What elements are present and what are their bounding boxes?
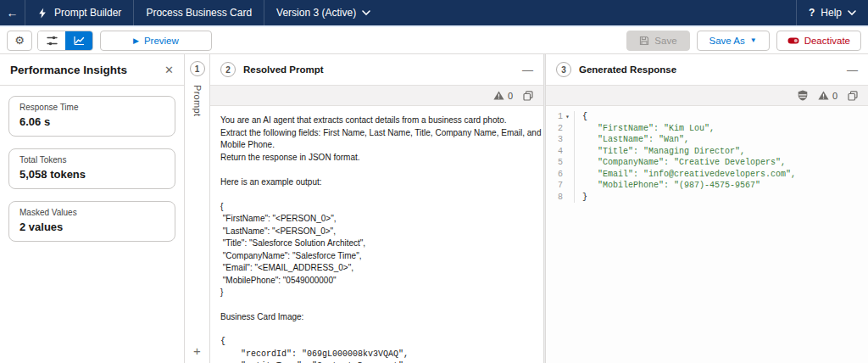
line-number: 8 bbox=[546, 192, 575, 204]
code-text: "CompanyName": "Creative Developers", bbox=[575, 157, 786, 169]
resolved-prompt-title: Resolved Prompt bbox=[243, 64, 324, 75]
warning-triangle-icon bbox=[818, 91, 829, 100]
code-line: 2 "FirstName": "Kim Lou", bbox=[546, 123, 868, 135]
sliders-icon bbox=[47, 36, 58, 46]
line-number: 3 bbox=[546, 134, 575, 146]
insight-card-label: Response Time bbox=[19, 103, 164, 112]
deactivate-button[interactable]: Deactivate bbox=[776, 31, 861, 51]
fold-caret-icon[interactable]: ▾ bbox=[564, 111, 571, 123]
prompt-text-line: "Title": "Salesforce Solution Architect"… bbox=[220, 237, 533, 250]
prompt-text-line: { bbox=[220, 201, 533, 214]
code-text: "LastName": "Wan", bbox=[575, 134, 689, 146]
warning-count[interactable]: 0 bbox=[818, 91, 837, 101]
insight-card-label: Masked Values bbox=[19, 208, 164, 217]
deactivate-toggle-icon bbox=[787, 37, 799, 44]
prompt-text-line bbox=[220, 324, 533, 337]
line-number: 2 bbox=[546, 123, 575, 135]
line-number: 1▾ bbox=[546, 111, 575, 123]
record-name-tab[interactable]: Process Business Card bbox=[134, 0, 264, 25]
code-text: "Email": "info@creativedevelopers.com", bbox=[575, 169, 796, 181]
save-as-button[interactable]: Save As ▼ bbox=[697, 31, 770, 51]
insights-title: Performance Insights bbox=[10, 64, 127, 76]
generated-response-header: 3 Generated Response — bbox=[546, 54, 868, 85]
code-line: 4 "Title": "Managing Director", bbox=[546, 146, 868, 158]
back-arrow-icon: ← bbox=[7, 6, 19, 20]
prompt-builder-bolt-icon bbox=[37, 8, 47, 19]
line-number: 6 bbox=[546, 169, 575, 181]
insight-card: Masked Values2 values bbox=[8, 201, 175, 242]
resolved-prompt-panel: 2 Resolved Prompt — 0 You are an AI agen… bbox=[210, 54, 543, 363]
prompt-text-line: "Email": "<EMAIL_ADDRESS_0>", bbox=[220, 262, 533, 275]
prompt-text-line bbox=[220, 188, 533, 201]
help-question-icon: ? bbox=[809, 7, 815, 19]
insight-card-value: 5,058 tokens bbox=[19, 168, 164, 181]
insights-header: Performance Insights ✕ bbox=[0, 54, 184, 86]
code-text: "FirstName": "Kim Lou", bbox=[575, 123, 715, 135]
code-line: 3 "LastName": "Wan", bbox=[546, 134, 868, 146]
back-button[interactable]: ← bbox=[0, 0, 25, 25]
close-icon[interactable]: ✕ bbox=[164, 64, 174, 76]
line-number: 4 bbox=[546, 146, 575, 158]
minimize-icon[interactable]: — bbox=[522, 64, 533, 76]
prompt-text-line: "LastName": "<PERSON_0>", bbox=[220, 226, 533, 238]
minimize-icon[interactable]: — bbox=[847, 64, 858, 76]
builder-workspace: Performance Insights ✕ Response Time6.06… bbox=[0, 54, 868, 363]
line-number: 7 bbox=[546, 180, 575, 192]
prompt-text-line: Extract the following fields: First Name… bbox=[220, 127, 533, 140]
chevron-down-icon bbox=[848, 10, 856, 15]
insight-card-label: Total Tokens bbox=[19, 155, 164, 165]
play-icon: ▶ bbox=[133, 36, 139, 45]
app-name-section: Prompt Builder bbox=[25, 0, 134, 25]
code-line: 1▾{ bbox=[546, 111, 868, 123]
settings-gear-button[interactable]: ⚙ bbox=[7, 31, 32, 51]
code-line: 8} bbox=[546, 192, 868, 204]
save-disk-icon bbox=[639, 36, 649, 46]
app-title: Prompt Builder bbox=[54, 7, 121, 19]
help-menu[interactable]: ? Help bbox=[796, 0, 868, 25]
line-number: 5 bbox=[546, 157, 575, 169]
prompt-text-line: You are an AI agent that extracts contac… bbox=[220, 114, 533, 127]
code-text: } bbox=[575, 192, 587, 204]
chevron-down-icon bbox=[362, 10, 370, 15]
generated-response-title: Generated Response bbox=[579, 64, 676, 75]
code-line: 5 "CompanyName": "Creative Developers", bbox=[546, 157, 868, 169]
prompt-text-line: "recordId": "069gL000008kv3VQAQ", bbox=[220, 349, 533, 361]
prompt-text-line: "CompanyName": "Salesforce Time", bbox=[220, 250, 533, 263]
insights-card-list: Response Time6.06 sTotal Tokens5,058 tok… bbox=[0, 86, 184, 252]
version-dropdown[interactable]: Version 3 (Active) bbox=[264, 0, 382, 25]
step-1-badge: 1 bbox=[190, 61, 205, 76]
controls-view-button[interactable] bbox=[38, 31, 65, 50]
prompt-text-line: Here is an example output: bbox=[220, 176, 533, 189]
chart-line-icon bbox=[74, 36, 85, 46]
prompt-text-line: "FirstName": "<PERSON_0>", bbox=[220, 213, 533, 226]
generated-response-panel: 3 Generated Response — 0 1▾{2 "FirstName… bbox=[546, 54, 868, 363]
prompt-text-line: Business Card Image: bbox=[220, 311, 533, 324]
code-text: { bbox=[575, 111, 587, 123]
copy-icon[interactable] bbox=[523, 91, 533, 101]
code-text: "MobilePhone": "(987)-4575-9567" bbox=[575, 180, 760, 192]
save-button[interactable]: Save bbox=[626, 31, 689, 51]
code-line: 7 "MobilePhone": "(987)-4575-9567" bbox=[546, 180, 868, 192]
code-line: 6 "Email": "info@creativedevelopers.com"… bbox=[546, 169, 868, 181]
insight-card: Response Time6.06 s bbox=[8, 96, 175, 137]
prompt-text-line: { bbox=[220, 336, 533, 349]
view-toggle-group bbox=[37, 31, 93, 51]
generated-response-toolbar: 0 bbox=[546, 85, 868, 106]
preview-button[interactable]: ▶ Preview bbox=[100, 31, 212, 51]
insight-card: Total Tokens5,058 tokens bbox=[8, 148, 175, 189]
toolbar-actions: Save Save As ▼ Deactivate bbox=[626, 31, 861, 51]
prompt-text-line bbox=[220, 164, 533, 176]
performance-insights-panel: Performance Insights ✕ Response Time6.06… bbox=[0, 54, 185, 363]
insights-view-button[interactable] bbox=[65, 31, 92, 50]
insight-card-value: 2 values bbox=[19, 221, 164, 233]
prompt-text-line: } bbox=[220, 287, 533, 299]
generated-response-code[interactable]: 1▾{2 "FirstName": "Kim Lou",3 "LastName"… bbox=[546, 106, 868, 363]
resolved-prompt-text[interactable]: You are an AI agent that extracts contac… bbox=[210, 106, 543, 363]
copy-icon[interactable] bbox=[848, 91, 858, 101]
add-icon[interactable]: + bbox=[193, 343, 201, 358]
warning-triangle-icon bbox=[493, 91, 504, 100]
shield-icon[interactable] bbox=[798, 90, 808, 101]
gear-icon: ⚙ bbox=[14, 34, 25, 47]
insight-card-value: 6.06 s bbox=[19, 115, 164, 128]
warning-count[interactable]: 0 bbox=[493, 91, 513, 101]
